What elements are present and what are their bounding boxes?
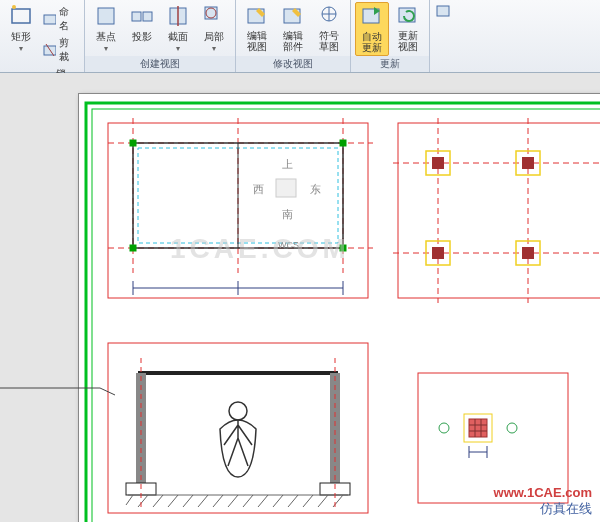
base-icon: [94, 4, 118, 28]
clip-icon: [43, 43, 56, 57]
auto-update-icon: [360, 5, 384, 29]
edit-part-icon: [281, 4, 305, 28]
group-modify-view: 编辑视图 编辑部件 符号草图 修改视图: [236, 0, 351, 72]
group-styles: Imperial24 Imperial24 样式和标准: [430, 0, 600, 72]
rect-label: 矩形: [11, 30, 31, 44]
edit-part-button[interactable]: 编辑部件: [276, 2, 310, 54]
base-label: 基点: [96, 30, 116, 44]
project-button[interactable]: 投影: [125, 2, 159, 46]
update-view-icon: [396, 4, 420, 28]
clip-button[interactable]: 剪裁: [40, 35, 80, 65]
auto-l2: 更新: [362, 42, 382, 53]
footer-text: 仿真在线: [540, 500, 592, 518]
clip-label: 剪裁: [59, 36, 77, 64]
edit-part-l2: 部件: [283, 41, 303, 52]
group-label-update: 更新: [351, 56, 429, 72]
project-icon: [130, 4, 154, 28]
drawing-canvas[interactable]: 上 西 东 南 WCS: [0, 73, 600, 522]
named-label: 命名: [59, 5, 77, 33]
section-icon: [166, 4, 190, 28]
update-l1: 更新: [398, 30, 418, 41]
edit-view-l1: 编辑: [247, 30, 267, 41]
group-layout-viewport: 矩形 ▾ 命名 剪裁 锁定 ▾ 布局视口: [0, 0, 85, 72]
symbol-sketch-button[interactable]: 符号草图: [312, 2, 346, 54]
svg-rect-7: [132, 12, 141, 21]
edit-view-button[interactable]: 编辑视图: [240, 2, 274, 54]
svg-line-103: [100, 388, 115, 395]
base-button[interactable]: 基点 ▾: [89, 2, 123, 55]
rect-button[interactable]: 矩形 ▾: [4, 2, 38, 55]
update-view-button[interactable]: 更新视图: [391, 2, 425, 54]
project-label: 投影: [132, 30, 152, 44]
svg-rect-2: [44, 15, 56, 24]
group-label-modify: 修改视图: [236, 56, 350, 72]
update-l2: 视图: [398, 41, 418, 52]
detail-label: 局部: [204, 30, 224, 44]
group-create-view: 基点 ▾ 投影 截面 ▾ 局部 ▾ 创建视图: [85, 0, 236, 72]
group-update: 自动更新 更新视图 更新: [351, 0, 430, 72]
leader-line: [0, 73, 600, 522]
svg-rect-20: [437, 6, 449, 16]
footer-url: www.1CAE.com: [494, 485, 592, 500]
symbol-icon: [317, 4, 341, 28]
auto-l1: 自动: [362, 31, 382, 42]
edit-view-icon: [245, 4, 269, 28]
named-icon: [43, 12, 56, 26]
rectangle-icon: [9, 4, 33, 28]
detail-button[interactable]: 局部 ▾: [197, 2, 231, 55]
symbol-l1: 符号: [319, 30, 339, 41]
svg-rect-0: [12, 9, 30, 23]
edit-view-l2: 视图: [247, 41, 267, 52]
named-button[interactable]: 命名: [40, 4, 80, 34]
ribbon: 矩形 ▾ 命名 剪裁 锁定 ▾ 布局视口: [0, 0, 600, 73]
svg-rect-8: [143, 12, 152, 21]
section-label: 截面: [168, 30, 188, 44]
detail-icon: [202, 4, 226, 28]
section-button[interactable]: 截面 ▾: [161, 2, 195, 55]
auto-update-button[interactable]: 自动更新: [355, 2, 389, 56]
svg-rect-11: [205, 7, 217, 19]
edit-part-l1: 编辑: [283, 30, 303, 41]
group-label-create: 创建视图: [85, 56, 235, 72]
svg-point-1: [12, 5, 16, 9]
symbol-l2: 草图: [319, 41, 339, 52]
svg-rect-6: [98, 8, 114, 24]
